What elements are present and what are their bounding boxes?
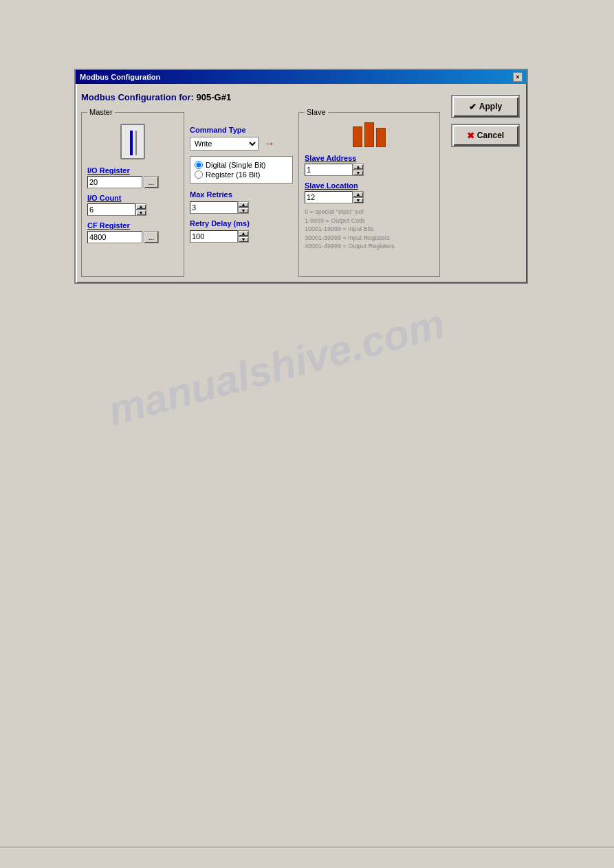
- slave-location-up-btn[interactable]: ▲: [353, 191, 364, 197]
- max-retries-spinner: ▲ ▼: [238, 201, 249, 214]
- dialog-title: Modbus Configuration: [80, 73, 160, 81]
- radio-register: Register (16 Bit): [195, 170, 288, 179]
- device-name: 905-G#1: [197, 92, 232, 102]
- modbus-config-dialog: Modbus Configuration × Modbus Configurat…: [74, 69, 528, 284]
- watermark: manualshive.com: [103, 300, 450, 435]
- main-content: Modbus Configuration for: 905-G#1 Master: [81, 89, 440, 277]
- dialog-body: Modbus Configuration for: 905-G#1 Master: [76, 84, 527, 282]
- radio-register-label: Register (16 Bit): [206, 170, 260, 179]
- io-count-spinner: ▲ ▼: [135, 203, 146, 216]
- io-count-row: ▲ ▼: [87, 203, 178, 216]
- max-retries-down-btn[interactable]: ▼: [238, 208, 249, 214]
- io-count-input[interactable]: [87, 203, 135, 216]
- slave-hint-line-1: 1-9999 = Output Coils: [305, 216, 434, 225]
- max-retries-section: Max Retries ▲ ▼: [190, 190, 293, 214]
- command-type-row: Write Read →: [190, 137, 293, 151]
- max-retries-label: Max Retries: [190, 190, 293, 199]
- io-count-label[interactable]: I/O Count: [87, 194, 178, 202]
- retry-delay-row: ▲ ▼: [190, 230, 293, 243]
- retry-delay-spinner: ▲ ▼: [238, 230, 249, 243]
- slave-location-spinner: ▲ ▼: [353, 191, 364, 203]
- master-group-label: Master: [87, 108, 115, 116]
- slave-address-spinner: ▲ ▼: [353, 164, 364, 176]
- master-group: Master I/O Register ...: [81, 112, 184, 277]
- apply-icon: ✔: [469, 102, 476, 112]
- retry-delay-label: Retry Delay (ms): [190, 219, 293, 227]
- slave-location-label[interactable]: Slave Location: [305, 181, 434, 190]
- arrow-right-icon: →: [264, 137, 275, 150]
- retry-delay-section: Retry Delay (ms) ▲ ▼: [190, 219, 293, 243]
- cancel-icon: ✖: [467, 131, 474, 141]
- io-register-browse-btn[interactable]: ...: [144, 176, 159, 188]
- slave-location-input[interactable]: [305, 191, 353, 203]
- radio-digital: Digital (Single Bit): [195, 161, 288, 169]
- bottom-divider: [0, 847, 614, 847]
- dialog-header: Modbus Configuration for: 905-G#1: [81, 89, 440, 105]
- retry-delay-input[interactable]: [190, 230, 238, 243]
- slave-hint-line-4: 40001-49999 = Output Registers: [305, 242, 434, 251]
- slave-group: Slave Slave Address: [298, 112, 440, 277]
- page-background: Modbus Configuration × Modbus Configurat…: [0, 0, 614, 868]
- slave-device-icon: [305, 122, 434, 147]
- close-button[interactable]: ×: [513, 72, 523, 82]
- master-device-icon: [120, 124, 145, 159]
- slave-address-up-btn[interactable]: ▲: [353, 164, 364, 170]
- bit-type-radio-group: Digital (Single Bit) Register (16 Bit): [190, 156, 293, 183]
- cf-register-browse-btn[interactable]: ...: [144, 231, 159, 243]
- apply-button[interactable]: ✔ Apply: [451, 95, 520, 118]
- io-count-down-btn[interactable]: ▼: [135, 210, 146, 216]
- retry-delay-down-btn[interactable]: ▼: [238, 236, 249, 243]
- max-retries-up-btn[interactable]: ▲: [238, 201, 249, 208]
- radio-register-input[interactable]: [195, 170, 203, 179]
- slave-location-down-btn[interactable]: ▼: [353, 197, 364, 203]
- apply-label: Apply: [479, 102, 502, 111]
- radio-digital-input[interactable]: [195, 161, 203, 169]
- io-register-row: ...: [87, 176, 178, 188]
- command-type-label: Command Type: [190, 126, 293, 134]
- slave-hint-line-3: 30001-39999 = Input Registers: [305, 234, 434, 243]
- io-register-input[interactable]: [87, 176, 142, 188]
- slave-hint-line-2: 10001-19999 = Input Bits: [305, 225, 434, 234]
- cf-register-label[interactable]: CF Register: [87, 221, 178, 230]
- header-prefix: Modbus Configuration for:: [81, 92, 194, 102]
- cf-register-input[interactable]: [87, 231, 142, 243]
- slave-address-row: ▲ ▼: [305, 164, 434, 176]
- slave-group-label: Slave: [305, 108, 328, 116]
- dialog-titlebar: Modbus Configuration ×: [76, 70, 527, 84]
- retry-delay-up-btn[interactable]: ▲: [238, 230, 249, 236]
- middle-section: Command Type Write Read →: [190, 112, 293, 277]
- cf-register-row: ...: [87, 231, 178, 243]
- slave-address-label[interactable]: Slave Address: [305, 154, 434, 162]
- slave-location-row: ▲ ▼: [305, 191, 434, 203]
- cancel-button[interactable]: ✖ Cancel: [451, 124, 520, 147]
- command-type-dropdown[interactable]: Write Read: [190, 137, 259, 151]
- slave-address-input[interactable]: [305, 164, 353, 176]
- dialog-buttons-panel: ✔ Apply ✖ Cancel: [446, 89, 521, 277]
- slave-address-down-btn[interactable]: ▼: [353, 170, 364, 176]
- max-retries-row: ▲ ▼: [190, 201, 293, 214]
- io-register-label[interactable]: I/O Register: [87, 166, 178, 175]
- slave-hint-line-0: 0 = special "elpio" pol: [305, 208, 434, 216]
- radio-digital-label: Digital (Single Bit): [206, 161, 265, 169]
- slave-hint-block: 0 = special "elpio" pol 1-9999 = Output …: [305, 208, 434, 251]
- cancel-label: Cancel: [477, 131, 504, 140]
- max-retries-input[interactable]: [190, 201, 238, 214]
- config-area: Master I/O Register ...: [81, 112, 440, 277]
- io-count-up-btn[interactable]: ▲: [135, 203, 146, 210]
